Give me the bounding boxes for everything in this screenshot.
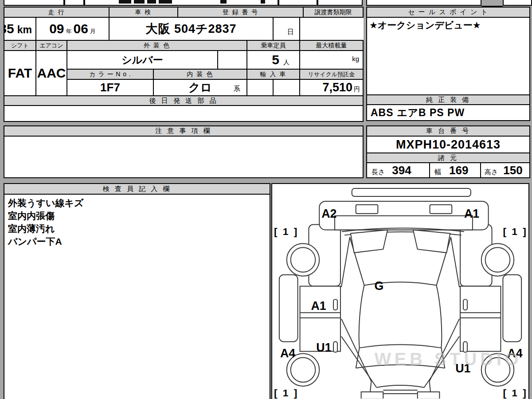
damage-label-glass: G	[374, 279, 383, 293]
front-bumper	[352, 188, 471, 196]
import-value-cell2	[273, 79, 300, 96]
capacity-value: 5	[272, 52, 279, 67]
damage-label-sill-left: A4	[280, 347, 295, 360]
mileage-header: 走 行	[4, 7, 109, 17]
inspection-month: 06	[74, 21, 88, 36]
cutoff-cell	[503, 0, 532, 6]
transfer-day-label: 日	[287, 28, 294, 36]
windshield-glass-right	[413, 230, 450, 253]
cutoff-cell	[4, 0, 64, 6]
length-value: 394	[392, 164, 411, 177]
inspection-year: 09	[49, 21, 64, 36]
color-no-value: 1F7	[100, 81, 120, 94]
chassis-value: MXPH10-2014613	[396, 138, 501, 151]
recycle-header: リサイクル預託金	[300, 69, 363, 79]
interior-color-header: 内 装 色	[153, 69, 247, 79]
genuine-equipment-header: 純 正 装 備	[367, 95, 530, 105]
import-value-cell	[247, 79, 273, 96]
tail-light-right	[418, 392, 440, 399]
year-unit: 年	[66, 27, 72, 35]
chassis-table: 車 台 番 号 MXPH10-2014613 諸 元 長さ 394 幅 169 …	[366, 125, 530, 178]
length-cell: 長さ 394	[367, 163, 430, 178]
transfer-deadline-header: 譲渡書類期限	[303, 7, 363, 17]
damage-label-front-right: A1	[464, 207, 479, 220]
sill-right	[503, 275, 521, 342]
door-handle-icon	[333, 342, 337, 352]
recycle-value: 7,510	[322, 81, 352, 94]
max-load-header: 最大積載量	[300, 40, 363, 51]
capacity-header: 乗車定員	[247, 40, 300, 51]
aircon-value-cell: AAC	[36, 51, 67, 96]
inspector-notes-cell: 外装うすい線キズ 室内内張傷 室内薄汚れ バンパー下A	[4, 194, 270, 399]
inspector-note-line: 室内薄汚れ	[8, 222, 266, 235]
door-handle-icon	[333, 299, 337, 310]
transfer-deadline-cell: 月 日	[273, 17, 300, 40]
sales-point-header: セ ー ル ス ポ イ ン ト	[367, 7, 530, 17]
notes-table: 注 意 事 項 欄	[4, 125, 364, 178]
cutoff-text-fragment	[147, 0, 156, 4]
notes-cell	[4, 136, 363, 178]
mileage-value-cell: 112,835 km	[4, 17, 36, 40]
capacity-unit: 人	[283, 59, 289, 66]
cutoff-text-fragment	[119, 0, 131, 4]
windshield-glass-left	[351, 230, 387, 253]
auction-sheet: { "colors": { "page_bg": "#a6a6a6", "hea…	[0, 0, 532, 399]
later-shipping-parts-header: 後 日 発 送 部 品	[4, 96, 363, 106]
headlight-left	[356, 205, 378, 214]
headlight-right	[430, 205, 452, 214]
max-load-unit: kg	[352, 55, 359, 63]
inspector-note-line: 外装うすい線キズ	[8, 196, 266, 209]
watermark-text: WEB STUDIO PRO	[374, 349, 528, 369]
interior-color-suffix: 系	[234, 85, 240, 93]
tire-grade-rear-left: [ 1 ]	[274, 387, 298, 399]
inspector-note-line: バンパー下A	[8, 235, 266, 248]
capacity-value-cell: 5 人	[247, 51, 300, 69]
cutoff-cell	[84, 0, 278, 6]
shift-value-cell: FAT	[4, 51, 36, 96]
empty-cell	[218, 51, 247, 69]
inspector-table: 検 査 員 記 入 欄 外装うすい線キズ 室内内張傷 室内薄汚れ バンパー下A	[4, 183, 270, 399]
sales-point-table: セ ー ル ス ポ イ ン ト ★オークションデビュー★ 純 正 装 備 ABS…	[366, 7, 530, 121]
tail-light-left	[361, 392, 383, 399]
chassis-value-cell: MXPH10-2014613	[367, 136, 530, 153]
sales-point-cell: ★オークションデビュー★	[367, 17, 530, 95]
cutoff-cell	[278, 0, 317, 6]
interior-color-value-cell: クロ 系	[153, 79, 247, 96]
exterior-color-header: 外 装 色	[67, 40, 247, 51]
damage-label-door-front-left: A1	[311, 299, 326, 313]
genuine-equipment-value: ABS エアB PS PW	[367, 106, 529, 120]
aircon-value: AAC	[37, 66, 66, 80]
inspector-note-line: 室内内張傷	[8, 209, 266, 222]
tire-grade-front-left: [ 1 ]	[274, 226, 298, 237]
recycle-value-cell: 7,510 円	[300, 79, 363, 96]
height-label: 高さ	[485, 168, 498, 176]
inspector-header: 検 査 員 記 入 欄	[4, 184, 270, 194]
damage-label-door-rear-left: U1	[316, 341, 331, 354]
later-shipping-parts-cell	[4, 106, 363, 121]
spec-header: 諸 元	[367, 153, 530, 163]
cutoff-text-fragment	[261, 0, 265, 4]
aircon-header: エアコン	[36, 40, 67, 51]
registration-value: 大阪 504チ2837	[145, 22, 236, 35]
max-load-value-cell: kg	[300, 51, 363, 69]
damage-label-front-left: A2	[321, 207, 336, 220]
registration-value-cell: 大阪 504チ2837	[109, 17, 273, 40]
tire-grade-front-right: [ 1 ]	[503, 226, 527, 237]
cutoff-text-fragment	[159, 0, 172, 4]
height-value: 150	[503, 164, 522, 177]
width-value: 169	[449, 164, 468, 177]
recycle-unit: 円	[354, 86, 360, 94]
mileage-value: 112,835	[4, 21, 14, 36]
month-unit: 月	[90, 27, 96, 35]
inspection-header: 車 検	[109, 7, 178, 17]
exterior-color-value: シルバー	[121, 54, 163, 66]
registration-header: 登 録 番 号	[178, 7, 303, 17]
color-no-header: カ ラ ー N o .	[67, 69, 153, 79]
shift-header: シフト	[4, 40, 36, 51]
width-cell: 幅 169	[430, 163, 481, 178]
car-diagram-box: A2 A1 [ 1 ] [ 1 ] G A1 U1 A4 A4 U1 [ 1 ]…	[271, 183, 529, 399]
chassis-header: 車 台 番 号	[367, 126, 530, 136]
car-top-view-diagram: A2 A1 [ 1 ] [ 1 ] G A1 U1 A4 A4 U1 [ 1 ]…	[272, 184, 528, 399]
length-label: 長さ	[372, 168, 385, 176]
door-handle-icon	[463, 299, 467, 310]
